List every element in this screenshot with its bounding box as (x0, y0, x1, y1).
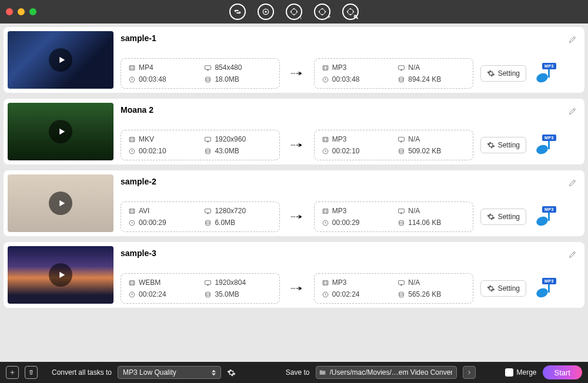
source-duration: 00:03:48 (139, 75, 166, 83)
rip-tool-icon[interactable] (258, 4, 274, 20)
setting-button[interactable]: Setting (480, 137, 526, 153)
output-format-icon[interactable]: MP3 (533, 63, 558, 84)
task-title: sample-1 (121, 31, 558, 43)
output-format-value: MP3 Low Quality (123, 368, 176, 377)
source-resolution: 854x480 (215, 63, 242, 72)
film-icon (128, 207, 136, 215)
task-title: sample-3 (121, 246, 558, 258)
pencil-icon (568, 250, 577, 259)
monitor-icon (204, 64, 212, 72)
edit-task-button[interactable] (565, 174, 580, 232)
disk-icon (397, 147, 405, 155)
setting-label: Setting (498, 213, 520, 221)
output-tag: MP3 (542, 206, 556, 213)
video-edit-tool-icon[interactable]: + (314, 4, 330, 20)
music-note-icon: MP3 (535, 135, 556, 156)
gear-icon (487, 141, 495, 149)
source-resolution: 1920x804 (215, 278, 246, 287)
monitor-icon (397, 136, 405, 143)
merge-checkbox[interactable]: Merge (505, 368, 537, 377)
task-title: sample-2 (121, 174, 558, 186)
source-info-box: MKV 1920x960 00:02:10 43.0MB (121, 130, 280, 160)
svg-point-7 (319, 9, 325, 14)
play-icon (49, 120, 72, 143)
play-icon (49, 263, 72, 287)
setting-button[interactable]: Setting (480, 65, 526, 82)
output-format-icon[interactable]: MP3 (533, 278, 558, 299)
fullscreen-window-button[interactable] (29, 8, 36, 15)
clock-icon (128, 147, 136, 155)
source-size: 35.0MB (215, 290, 239, 298)
output-format-select[interactable]: MP3 Low Quality (118, 366, 221, 379)
video-thumbnail[interactable] (8, 31, 113, 89)
source-format: WEBM (139, 278, 161, 287)
start-button[interactable]: Start (543, 365, 582, 379)
setting-button[interactable]: Setting (480, 209, 526, 225)
svg-point-8 (322, 8, 322, 9)
video-thumbnail[interactable] (8, 246, 113, 304)
gear-icon (487, 213, 495, 221)
gear-icon (487, 69, 495, 78)
film-icon (128, 136, 136, 143)
output-format-icon[interactable]: MP3 (533, 206, 558, 227)
svg-point-14 (350, 15, 350, 15)
task-row: sample-1 MP4 854x480 00:03:48 18.0MB MP3… (4, 27, 584, 93)
target-duration: 00:03:48 (332, 75, 360, 83)
window-controls (6, 8, 36, 15)
setting-label: Setting (498, 69, 520, 78)
setting-button[interactable]: Setting (480, 280, 526, 297)
convert-all-label: Convert all tasks to (52, 368, 112, 377)
save-path-value: /Users/mac/Movies/…em Video Converter (330, 368, 452, 377)
source-format: MKV (139, 135, 154, 143)
video-search-tool-icon[interactable]: 🔍︎ (342, 4, 359, 20)
video-download-tool-icon[interactable]: ↓ (286, 4, 302, 20)
target-resolution: N/A (408, 278, 420, 287)
output-format-icon[interactable]: MP3 (533, 135, 558, 156)
edit-task-button[interactable] (565, 31, 580, 89)
target-size: 565.26 KB (408, 290, 441, 298)
disk-icon (397, 76, 405, 83)
edit-task-button[interactable] (565, 103, 580, 160)
svg-point-12 (348, 9, 353, 14)
source-info-box: AVI 1280x720 00:00:29 6.0MB (121, 201, 280, 232)
add-file-button[interactable] (6, 366, 19, 379)
svg-point-4 (293, 15, 294, 15)
target-resolution: N/A (408, 207, 420, 215)
svg-point-10 (319, 11, 319, 12)
source-format: MP4 (139, 63, 153, 72)
task-row: sample-3 WEBM 1920x804 00:02:24 35.0MB M… (4, 242, 584, 308)
target-format: MP3 (332, 135, 347, 143)
gear-icon (487, 284, 495, 293)
svg-point-5 (290, 11, 291, 12)
source-duration: 00:00:29 (139, 219, 166, 227)
arrow-icon (287, 201, 307, 232)
source-size: 43.0MB (215, 147, 239, 155)
clock-icon (322, 147, 329, 155)
source-duration: 00:02:10 (139, 147, 166, 155)
svg-point-1 (265, 11, 267, 13)
source-info-box: MP4 854x480 00:03:48 18.0MB (121, 58, 280, 89)
monitor-icon (397, 279, 405, 287)
format-settings-button[interactable] (227, 368, 236, 377)
clock-icon (322, 291, 329, 298)
delete-file-button[interactable] (25, 366, 38, 379)
folder-icon (319, 368, 326, 377)
convert-tool-icon[interactable] (229, 4, 246, 20)
target-size: 509.02 KB (408, 147, 441, 155)
svg-point-11 (325, 11, 326, 12)
target-info-box: MP3 N/A 00:03:48 894.24 KB (314, 58, 473, 89)
minimize-window-button[interactable] (18, 8, 25, 15)
disk-icon (204, 291, 212, 298)
edit-task-button[interactable] (565, 246, 580, 304)
open-folder-button[interactable] (463, 366, 476, 379)
target-size: 114.06 KB (408, 219, 441, 227)
music-note-icon: MP3 (535, 278, 556, 299)
video-thumbnail[interactable] (8, 174, 113, 232)
close-window-button[interactable] (6, 8, 13, 15)
target-format: MP3 (332, 207, 347, 215)
clock-icon (128, 219, 136, 227)
monitor-icon (204, 207, 212, 215)
video-thumbnail[interactable] (8, 103, 113, 160)
task-row: sample-2 AVI 1280x720 00:00:29 6.0MB MP3… (4, 170, 584, 236)
save-path-display[interactable]: /Users/mac/Movies/…em Video Converter (316, 366, 457, 379)
